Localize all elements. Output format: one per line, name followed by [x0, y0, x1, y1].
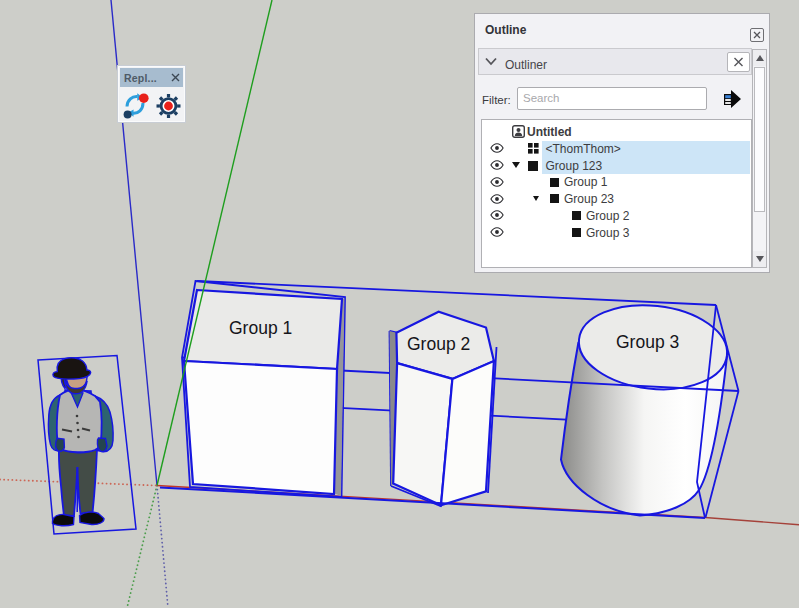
svg-text:Group 1: Group 1: [229, 318, 292, 338]
svg-text:Group 3: Group 3: [616, 332, 679, 352]
svg-text:Group 2: Group 2: [407, 334, 470, 354]
